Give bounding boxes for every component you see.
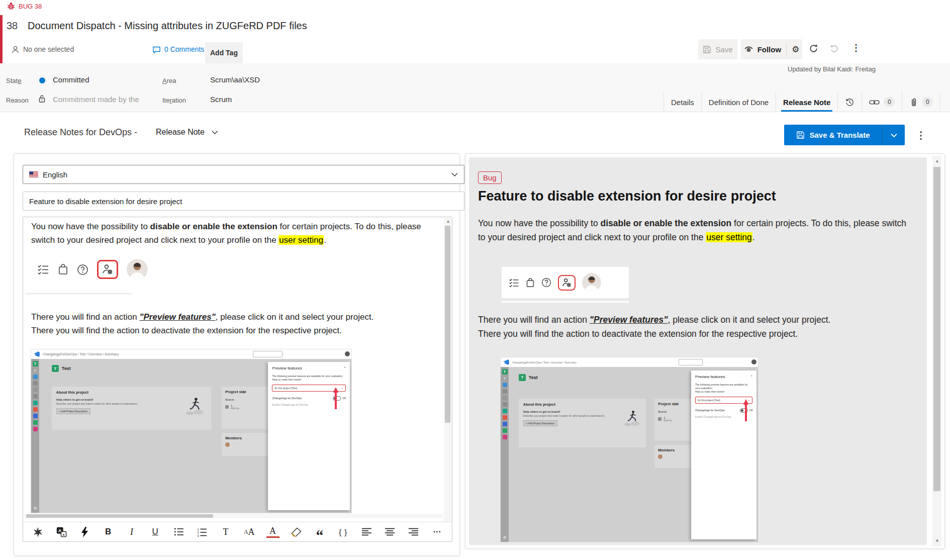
note-title-input[interactable]: Feature to disable extension for desire …	[23, 192, 464, 211]
azure-devops-logo	[504, 359, 509, 365]
more-formatting-button[interactable]: ···	[431, 525, 444, 538]
workitem-title[interactable]: Document Dispatch - Missing attributes i…	[28, 20, 307, 32]
runner-illustration	[184, 397, 205, 415]
view-selector-label: Release Note	[156, 128, 205, 137]
embedded-image-toolbar-icons[interactable]	[37, 259, 148, 280]
highlight-eraser-icon[interactable]	[290, 525, 303, 538]
undo-icon[interactable]	[829, 43, 840, 54]
text-style-button[interactable]: T	[219, 525, 232, 538]
avatar	[127, 259, 148, 280]
more-options-icon[interactable]: ⋮	[851, 41, 861, 54]
bold-button[interactable]: B	[102, 525, 115, 538]
history-icon	[845, 98, 854, 107]
underline-button[interactable]: U	[149, 525, 162, 538]
preview-content: Bug Feature to disable extension for des…	[469, 157, 927, 545]
follow-settings-gear-icon[interactable]: ⚙	[792, 44, 799, 55]
numbered-list-button[interactable]: 123	[196, 525, 209, 538]
font-color-button[interactable]: A	[266, 526, 279, 538]
shot-preview-features-panel: Preview features × The following preview…	[691, 370, 757, 539]
fields-band: State Committed Area Scrum\aa\XSD Reason…	[0, 63, 950, 112]
font-size-button[interactable]: AA	[243, 525, 256, 538]
reason-label: Reason	[6, 97, 29, 104]
embedded-image-edge	[25, 294, 132, 294]
state-dot	[39, 77, 45, 83]
preview-embedded-project-screenshot: ChangelogsForDevOps / Test / Overview / …	[501, 357, 758, 542]
quote-button[interactable]: “	[313, 522, 326, 542]
chevron-down-icon	[451, 172, 458, 176]
language-select[interactable]: English	[23, 165, 464, 184]
editor-vscrollbar[interactable]: ▲	[444, 218, 451, 522]
language-label: English	[43, 170, 67, 179]
avatar	[582, 273, 601, 292]
help-icon	[77, 264, 88, 275]
bug-icon	[7, 2, 15, 10]
help-icon	[541, 277, 551, 288]
red-arrow-annotation	[333, 387, 339, 409]
embedded-image-project-screenshot[interactable]: ChangelogsForDevOps / Test / Overview / …	[31, 349, 351, 513]
area-value[interactable]: Scrum\aa\XSD	[210, 75, 260, 84]
save-button[interactable]: Save	[698, 39, 737, 59]
lightning-icon[interactable]	[78, 525, 91, 538]
comments-link[interactable]: 0 Comments	[152, 41, 204, 57]
links-count-badge: 0	[884, 97, 895, 107]
red-arrow-annotation	[743, 399, 749, 421]
chevron-down-icon	[212, 130, 218, 134]
shot-topbar: ChangelogsForDevOps / Test / Overview / …	[501, 357, 758, 367]
person-icon	[11, 45, 20, 54]
follow-button[interactable]: Follow ⚙	[741, 39, 802, 59]
refresh-icon[interactable]	[808, 43, 819, 54]
shot-about-card: About this project Help others to get on…	[52, 387, 211, 430]
paperclip-icon	[909, 98, 918, 107]
comment-icon	[152, 45, 161, 54]
svg-text:1: 1	[198, 527, 200, 530]
workitem-type-header: BUG 38	[7, 2, 42, 10]
ai-assistant-icon[interactable]	[31, 525, 44, 538]
assigned-to-picker[interactable]: No one selected	[11, 41, 74, 57]
shot-breadcrumb: ChangelogsForDevOps / Test / Overview / …	[43, 352, 119, 356]
italic-button[interactable]: I	[125, 525, 138, 538]
editor-hscrollbar[interactable]	[24, 514, 443, 518]
shopping-bag-icon	[526, 277, 535, 288]
extension-more-options-icon[interactable]: ⋮	[916, 129, 926, 142]
us-flag-icon	[29, 171, 38, 177]
tab-details[interactable]: Details	[663, 92, 701, 112]
shot-breadcrumb: ChangelogsForDevOps / Test / Overview / …	[512, 361, 577, 364]
rich-text-editor[interactable]: You now have the possibility to disable …	[23, 217, 452, 542]
divider	[786, 43, 787, 56]
preview-scrollbar[interactable]: ▲ ▼	[932, 156, 941, 546]
updated-by-text: Updated by Bilal Kaidi: Freitag	[788, 65, 950, 73]
note-title-value: Feature to disable extension for desire …	[29, 197, 182, 206]
tab-release-note[interactable]: Release Note	[776, 92, 837, 112]
add-tag-label: Add Tag	[210, 49, 238, 57]
lock-icon	[38, 95, 46, 103]
save-translate-split-chevron[interactable]	[882, 125, 905, 145]
view-selector-dropdown[interactable]: Release Note	[156, 128, 218, 137]
align-left-button[interactable]	[360, 525, 373, 538]
preview-embedded-toolbar-icons	[502, 267, 629, 298]
iteration-value[interactable]: Scrum	[210, 95, 232, 104]
note-paragraph-2: There you will find an action "Preview f…	[31, 310, 441, 337]
align-center-button[interactable]	[384, 525, 397, 538]
tab-history[interactable]	[837, 92, 862, 112]
tab-attachments[interactable]: 0	[902, 92, 940, 112]
reason-value[interactable]: Commitment made by the	[53, 95, 141, 104]
preview-embedded-image-edge	[502, 301, 629, 303]
save-translate-button[interactable]: Save & Translate	[784, 125, 905, 145]
checklist-icon	[37, 263, 49, 275]
save-translate-label: Save & Translate	[809, 131, 870, 139]
translate-icon[interactable]: Ax	[55, 525, 68, 538]
shot-body: T + ⚙ TTest About this project	[31, 359, 351, 513]
preview-paragraph-1: You now have the possibility to disable …	[478, 217, 914, 244]
shopping-bag-icon	[58, 263, 68, 275]
follow-eye-icon	[744, 45, 753, 53]
align-right-button[interactable]	[407, 525, 420, 538]
bullet-list-button[interactable]	[172, 525, 185, 538]
tab-links[interactable]: 0	[862, 92, 902, 112]
code-button[interactable]: { }	[337, 525, 350, 538]
add-tag-button[interactable]: Add Tag	[205, 42, 243, 63]
extension-title: Release Notes for DevOps -	[24, 127, 137, 138]
azure-devops-logo	[34, 351, 40, 357]
checklist-icon	[509, 277, 519, 288]
tab-definition-of-done[interactable]: Definition of Done	[701, 92, 776, 112]
state-value[interactable]: Committed	[53, 75, 89, 84]
